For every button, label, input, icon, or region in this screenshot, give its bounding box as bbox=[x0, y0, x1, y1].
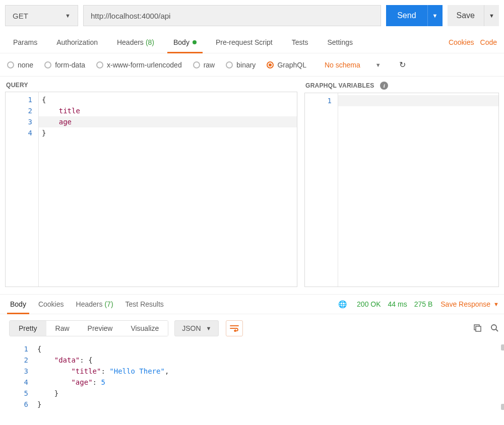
wrap-lines-icon[interactable] bbox=[226, 320, 243, 336]
variables-editor[interactable]: 1 bbox=[304, 93, 499, 287]
visualize-button[interactable]: Visualize bbox=[121, 321, 168, 336]
url-input[interactable] bbox=[83, 5, 381, 26]
radio-icon bbox=[267, 61, 274, 68]
response-size: 275 B bbox=[414, 300, 433, 308]
save-dropdown[interactable]: ▼ bbox=[484, 5, 499, 26]
line-gutter: 1 bbox=[305, 93, 338, 287]
radio-none[interactable]: none bbox=[7, 61, 33, 69]
response-tab-body[interactable]: Body bbox=[5, 295, 31, 314]
refresh-icon[interactable]: ↻ bbox=[399, 60, 406, 69]
globe-icon[interactable]: 🌐 bbox=[338, 300, 347, 308]
query-editor[interactable]: 1 2 3 4 { title age } bbox=[5, 92, 297, 287]
tab-settings[interactable]: Settings bbox=[321, 31, 359, 53]
tab-prerequest[interactable]: Pre-request Script bbox=[210, 31, 279, 53]
tab-body[interactable]: Body bbox=[167, 31, 203, 53]
search-icon[interactable] bbox=[490, 323, 499, 334]
response-time: 44 ms bbox=[388, 300, 407, 308]
radio-raw[interactable]: raw bbox=[193, 61, 215, 69]
body-type-radios: none form-data x-www-form-urlencoded raw… bbox=[0, 53, 504, 77]
response-tab-headers[interactable]: Headers(7) bbox=[71, 295, 118, 314]
response-tab-test-results[interactable]: Test Results bbox=[120, 295, 169, 314]
scrollbar-thumb[interactable] bbox=[501, 344, 504, 350]
radio-icon bbox=[193, 61, 200, 68]
radio-icon bbox=[96, 61, 103, 68]
status-code: 200 OK bbox=[357, 300, 381, 308]
chevron-down-icon: ▼ bbox=[493, 301, 499, 307]
response-tabs: Body Cookies Headers(7) Test Results 🌐 2… bbox=[0, 294, 504, 314]
response-tab-cookies[interactable]: Cookies bbox=[33, 295, 69, 314]
language-select[interactable]: JSON▼ bbox=[174, 320, 219, 336]
chevron-down-icon: ▼ bbox=[206, 325, 212, 331]
query-label: QUERY bbox=[5, 82, 297, 92]
response-body[interactable]: 1 2 3 4 5 6 { "data": { "title": "Hello … bbox=[0, 341, 504, 425]
tab-headers[interactable]: Headers(8) bbox=[111, 31, 160, 53]
tab-params[interactable]: Params bbox=[7, 31, 43, 53]
code-link[interactable]: Code bbox=[480, 38, 497, 46]
svg-point-2 bbox=[491, 325, 496, 330]
save-response-button[interactable]: Save Response▼ bbox=[440, 300, 499, 308]
raw-button[interactable]: Raw bbox=[46, 321, 79, 336]
svg-line-3 bbox=[496, 329, 498, 331]
method-select[interactable]: GET ▼ bbox=[5, 5, 78, 26]
line-gutter: 1 2 3 4 5 6 bbox=[5, 341, 34, 425]
format-group: Pretty Raw Preview Visualize bbox=[9, 320, 168, 336]
send-button[interactable]: Send ▼ bbox=[386, 5, 442, 26]
schema-select[interactable]: No schema bbox=[325, 61, 360, 69]
cookies-link[interactable]: Cookies bbox=[449, 38, 474, 46]
chevron-down-icon: ▼ bbox=[489, 13, 494, 19]
request-tabs: Params Authorization Headers(8) Body Pre… bbox=[0, 31, 504, 53]
response-code: { "data": { "title": "Hello There", "age… bbox=[34, 341, 499, 425]
variables-label: GRAPHQL VARIABLES i bbox=[304, 82, 499, 93]
tab-authorization[interactable]: Authorization bbox=[50, 31, 104, 53]
line-gutter: 1 2 3 4 bbox=[6, 92, 39, 287]
tab-tests[interactable]: Tests bbox=[286, 31, 314, 53]
variables-code[interactable] bbox=[338, 93, 498, 287]
chevron-down-icon[interactable]: ▼ bbox=[375, 62, 381, 68]
query-code[interactable]: { title age } bbox=[39, 92, 297, 287]
scrollbar-thumb[interactable] bbox=[501, 404, 504, 410]
svg-rect-1 bbox=[476, 326, 481, 331]
radio-binary[interactable]: binary bbox=[226, 61, 256, 69]
radio-graphql[interactable]: GraphQL bbox=[267, 61, 306, 69]
dot-indicator-icon bbox=[193, 40, 197, 44]
copy-icon[interactable] bbox=[473, 323, 482, 334]
preview-button[interactable]: Preview bbox=[79, 321, 122, 336]
radio-icon bbox=[226, 61, 233, 68]
radio-form-data[interactable]: form-data bbox=[44, 61, 85, 69]
pretty-button[interactable]: Pretty bbox=[10, 321, 46, 336]
radio-icon bbox=[44, 61, 51, 68]
method-value: GET bbox=[13, 12, 28, 20]
radio-icon bbox=[7, 61, 14, 68]
save-button[interactable]: Save ▼ bbox=[448, 5, 499, 26]
info-icon[interactable]: i bbox=[380, 82, 388, 90]
chevron-down-icon: ▼ bbox=[432, 13, 438, 19]
radio-urlencoded[interactable]: x-www-form-urlencoded bbox=[96, 61, 182, 69]
send-dropdown[interactable]: ▼ bbox=[427, 5, 443, 26]
chevron-down-icon: ▼ bbox=[65, 13, 71, 19]
